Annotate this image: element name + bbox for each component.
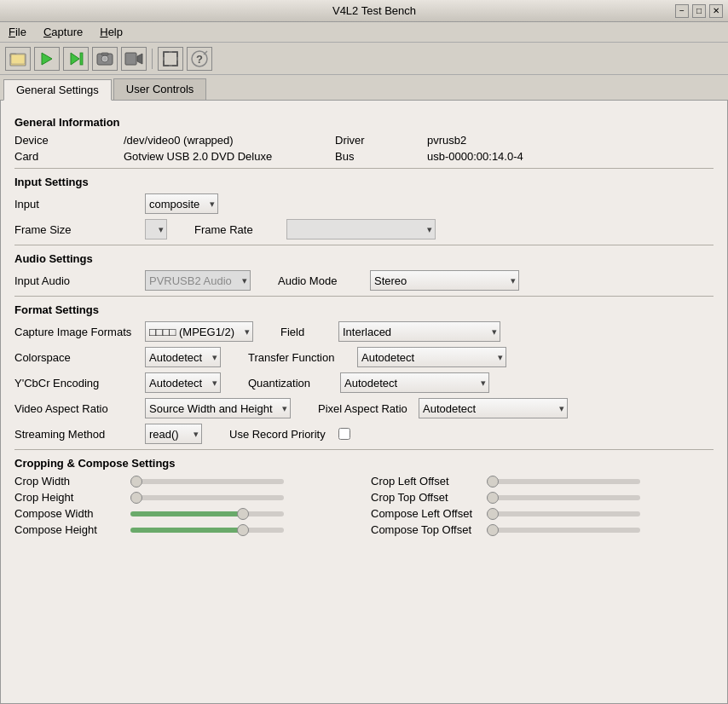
compose-height-item: Compose Height [14, 523, 357, 536]
capture-formats-select-wrapper: □□□□ (MPEG1/2) [145, 321, 253, 342]
sliders-section: Crop Width Crop Left Offset Crop Height … [14, 475, 714, 536]
card-value: Gotview USB 2.0 DVD Deluxe [124, 150, 328, 163]
tabs: General Settings User Controls [0, 75, 728, 101]
frame-size-rate-row: Frame Size Frame Rate [14, 219, 714, 239]
frame-rate-label: Frame Rate [194, 223, 280, 236]
record-play-button[interactable] [63, 47, 89, 71]
menu-capture[interactable]: Capture [38, 24, 88, 40]
audio-mode-select[interactable]: Stereo Mono Auto [370, 270, 519, 291]
crop-top-offset-slider[interactable] [487, 495, 640, 500]
menu-file[interactable]: File [3, 24, 32, 40]
compose-left-offset-slider[interactable] [487, 511, 640, 516]
tab-user-controls[interactable]: User Controls [113, 78, 206, 100]
svg-rect-10 [125, 53, 136, 65]
svg-rect-12 [164, 52, 177, 66]
compose-width-label: Compose Width [14, 507, 125, 520]
input-audio-select-wrapper: PVRUSB2 Audio [145, 270, 251, 291]
ycbcr-row: Y'CbCr Encoding Autodetect Quantization … [14, 372, 714, 393]
title-bar: V4L2 Test Bench − □ ✕ [0, 0, 728, 22]
input-row: Input composite S-Video Tuner [14, 193, 714, 214]
streaming-select[interactable]: read() mmap userptr [145, 424, 202, 444]
fullscreen-button[interactable] [158, 47, 183, 71]
streaming-row: Streaming Method read() mmap userptr Use… [14, 424, 714, 444]
video-aspect-row: Video Aspect Ratio Source Width and Heig… [14, 398, 714, 418]
main-content: General Information Device /dev/video0 (… [0, 101, 728, 704]
compose-left-offset-label: Compose Left Offset [371, 507, 482, 520]
crop-compose-title: Cropping & Compose Settings [14, 457, 714, 470]
input-select-wrapper: composite S-Video Tuner [145, 193, 218, 214]
card-label: Card [14, 150, 117, 163]
crop-top-offset-item: Crop Top Offset [371, 491, 714, 504]
tab-general-settings[interactable]: General Settings [3, 79, 112, 101]
crop-top-offset-label: Crop Top Offset [371, 491, 482, 504]
compose-width-item: Compose Width [14, 507, 357, 520]
ycbcr-select[interactable]: Autodetect [145, 372, 221, 393]
menu-help[interactable]: Help [95, 24, 128, 40]
pixel-aspect-select[interactable]: Autodetect [419, 398, 568, 418]
use-record-priority-label: Use Record Priority [229, 428, 332, 441]
streaming-select-wrapper: read() mmap userptr [145, 424, 202, 444]
audio-mode-select-wrapper: Stereo Mono Auto [370, 270, 519, 291]
svg-text:?: ? [196, 53, 203, 66]
video-aspect-select[interactable]: Source Width and Height Square 4:3 16:9 [145, 398, 291, 418]
compose-height-label: Compose Height [14, 523, 125, 536]
toolbar-separator [152, 49, 153, 69]
crop-left-offset-label: Crop Left Offset [371, 475, 482, 488]
play-button[interactable] [34, 47, 60, 71]
driver-value: pvrusb2 [427, 134, 598, 147]
crop-height-item: Crop Height [14, 491, 357, 504]
compose-top-offset-slider[interactable] [487, 528, 640, 533]
compose-width-slider[interactable] [130, 511, 284, 516]
compose-top-offset-item: Compose Top Offset [371, 523, 714, 536]
crop-height-slider[interactable] [130, 495, 284, 500]
video-aspect-select-wrapper: Source Width and Height Square 4:3 16:9 [145, 398, 291, 418]
general-info-grid: Device /dev/video0 (wrapped) Driver pvru… [14, 134, 714, 163]
minimize-button[interactable]: − [675, 4, 689, 18]
pixel-aspect-select-wrapper: Autodetect [419, 398, 568, 418]
use-record-priority-checkbox[interactable] [338, 428, 350, 440]
frame-rate-select-wrapper [286, 219, 436, 239]
crop-left-offset-slider[interactable] [487, 479, 640, 484]
device-label: Device [14, 134, 117, 147]
close-button[interactable]: ✕ [709, 4, 723, 18]
ycbcr-label: Y'CbCr Encoding [14, 377, 138, 390]
snapshot-button[interactable] [92, 47, 118, 71]
field-label: Field [280, 326, 332, 338]
ycbcr-select-wrapper: Autodetect [145, 372, 221, 393]
window-controls: − □ ✕ [675, 4, 723, 18]
field-select[interactable]: Interlaced Progressive Any [338, 321, 500, 342]
transfer-function-select[interactable]: Autodetect [357, 347, 506, 367]
frame-size-select[interactable] [145, 219, 167, 239]
input-audio-select[interactable]: PVRUSB2 Audio [145, 270, 251, 291]
driver-label: Driver [335, 134, 420, 147]
svg-point-8 [103, 56, 107, 61]
colorspace-select[interactable]: Autodetect [145, 347, 221, 367]
svg-marker-3 [42, 53, 52, 65]
video-button[interactable] [121, 47, 147, 71]
field-select-wrapper: Interlaced Progressive Any [338, 321, 500, 342]
compose-height-slider[interactable] [130, 528, 284, 533]
input-audio-label: Input Audio [14, 274, 138, 287]
device-value: /dev/video0 (wrapped) [124, 134, 328, 147]
crop-width-label: Crop Width [14, 475, 125, 488]
audio-settings-title: Audio Settings [14, 252, 714, 265]
format-settings-title: Format Settings [14, 303, 714, 316]
svg-rect-2 [11, 55, 25, 64]
help-button[interactable]: ? [187, 47, 212, 71]
crop-width-slider[interactable] [130, 479, 284, 484]
open-button[interactable] [5, 47, 31, 71]
maximize-button[interactable]: □ [692, 4, 706, 18]
quantization-select-wrapper: Autodetect [340, 372, 489, 393]
bus-label: Bus [335, 150, 420, 163]
crop-height-label: Crop Height [14, 491, 125, 504]
capture-formats-label: Capture Image Formats [14, 326, 138, 338]
bus-value: usb-0000:00:14.0-4 [427, 150, 598, 163]
audio-row: Input Audio PVRUSB2 Audio Audio Mode Ste… [14, 270, 714, 291]
input-select[interactable]: composite S-Video Tuner [145, 193, 218, 214]
quantization-select[interactable]: Autodetect [340, 372, 489, 393]
window-title: V4L2 Test Bench [73, 4, 675, 17]
crop-width-item: Crop Width [14, 475, 357, 488]
capture-formats-select[interactable]: □□□□ (MPEG1/2) [145, 321, 253, 342]
frame-rate-select[interactable] [286, 219, 436, 239]
general-info-title: General Information [14, 116, 714, 129]
